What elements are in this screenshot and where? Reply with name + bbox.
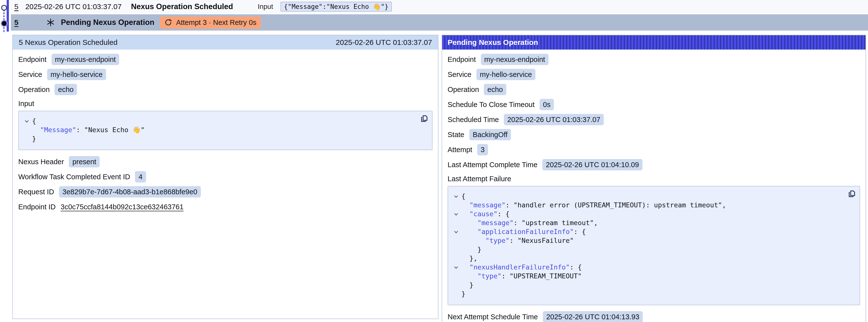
field-value-chip: present <box>69 156 100 167</box>
field-value-chip: 2025-02-26 UTC 01:04:13.93 <box>543 311 643 322</box>
code-line: "applicationFailureInfo": { <box>451 227 854 236</box>
input-preview-chip: {"Message":"Nexus Echo 👋"} <box>281 2 392 11</box>
code-line-gutter <box>451 272 461 281</box>
code-line-gutter <box>451 192 461 201</box>
copy-button[interactable] <box>420 114 429 124</box>
field-label: Operation <box>447 86 479 94</box>
field-value-chip: my-nexus-endpoint <box>481 54 549 65</box>
collapse-chevron-icon[interactable] <box>454 194 458 198</box>
retry-status-badge: Attempt 3 · Next Retry 0s <box>160 17 261 29</box>
event-title: Nexus Operation Scheduled <box>131 2 233 11</box>
pending-title: Pending Nexus Operation <box>61 18 154 27</box>
event-row-pending-nexus-operation[interactable]: 5 Pending Nexus Operation Attempt 3 · Ne… <box>11 14 868 31</box>
field-value-chip: 2025-02-26 UTC 01:04:10.09 <box>542 159 642 170</box>
pending-asterisk-icon <box>46 18 55 27</box>
event-detail-panels: 5 Nexus Operation Scheduled 2025-02-26 U… <box>12 35 866 322</box>
field-value-chip: 4 <box>135 171 146 183</box>
code-line-text: "cause": { <box>461 210 509 219</box>
field-label: Scheduled Time <box>447 116 499 124</box>
field-label: Schedule To Close Timeout <box>447 101 535 109</box>
code-line-gutter <box>21 134 32 143</box>
field-row-endpoint: Endpoint my-nexus-endpoint <box>447 54 860 65</box>
code-line-gutter <box>21 117 32 126</box>
field-value-chip: 3e829b7e-7d67-4b08-aad3-b1e868bfe9e0 <box>59 186 201 197</box>
timeline-node-current-icon <box>2 21 7 26</box>
timeline-dashed-line <box>3 9 4 32</box>
copy-button[interactable] <box>847 189 856 199</box>
timeline-active-bar <box>7 0 9 32</box>
field-label: Nexus Header <box>18 158 64 166</box>
failure-section-label: Last Attempt Failure <box>447 175 860 183</box>
code-line: } <box>21 134 426 143</box>
field-row-endpoint: Endpoint my-nexus-endpoint <box>18 54 433 65</box>
field-row-state: State BackingOff <box>447 129 860 140</box>
code-line-text: "message": "upstream timeout", <box>461 219 598 227</box>
field-row-nexus-header: Nexus Header present <box>18 156 433 167</box>
field-label: State <box>447 131 464 139</box>
input-section-label: Input <box>18 100 433 108</box>
code-line: "cause": { <box>451 210 854 219</box>
event-timeline <box>0 0 11 33</box>
code-line-gutter <box>451 281 461 289</box>
input-json-block: { "Message": "Nexus Echo 👋"} <box>18 111 433 150</box>
panel-nexus-operation-scheduled: 5 Nexus Operation Scheduled 2025-02-26 U… <box>12 35 438 319</box>
code-line-text: "message": "handler error (UPSTREAM_TIME… <box>461 201 726 210</box>
field-label: Endpoint ID <box>18 203 56 211</box>
code-line-gutter <box>451 245 461 254</box>
field-row-operation: Operation echo <box>447 84 860 95</box>
event-id-link[interactable]: 5 <box>14 18 19 27</box>
field-value-chip: echo <box>484 84 506 95</box>
left-panel-timestamp: 2025-02-26 UTC 01:03:37.07 <box>336 38 432 46</box>
code-line: } <box>451 289 854 298</box>
code-line-text: } <box>32 134 36 143</box>
field-label: Workflow Task Completed Event ID <box>18 173 130 181</box>
event-timestamp: 2025-02-26 UTC 01:03:37.07 <box>25 2 122 11</box>
endpoint-id-link[interactable]: 3c0c75ccfa8144b092c13ce632463761 <box>61 203 184 211</box>
event-row-nexus-operation-scheduled[interactable]: 5 2025-02-26 UTC 01:03:37.07 Nexus Opera… <box>11 0 868 14</box>
field-row-workflow-task-completed-event-id: Workflow Task Completed Event ID 4 <box>18 171 433 183</box>
code-line: { <box>451 192 854 201</box>
code-line-text: } <box>461 281 473 289</box>
field-value-chip: my-hello-service <box>47 69 106 80</box>
code-line-gutter <box>451 227 461 236</box>
timeline-node-open-icon <box>1 5 7 10</box>
code-line-text: { <box>32 117 36 126</box>
panel-pending-nexus-operation: Pending Nexus Operation Endpoint my-nexu… <box>442 35 866 322</box>
code-line-text: "type": "UPSTREAM_TIMEOUT" <box>461 272 582 281</box>
field-value-chip: my-nexus-endpoint <box>52 54 119 65</box>
code-line-text: "Message": "Nexus Echo 👋" <box>32 126 145 134</box>
right-panel-title: Pending Nexus Operation <box>447 38 538 46</box>
code-line: "nexusHandlerFailureInfo": { <box>451 263 854 272</box>
left-panel-title: 5 Nexus Operation Scheduled <box>19 38 118 46</box>
code-line: "message": "handler error (UPSTREAM_TIME… <box>451 201 854 210</box>
field-row-last-attempt-complete-time: Last Attempt Complete Time 2025-02-26 UT… <box>447 159 860 170</box>
code-line: "type": "NexusFailure" <box>451 236 854 245</box>
code-line: "Message": "Nexus Echo 👋" <box>21 126 426 134</box>
collapse-chevron-icon[interactable] <box>454 229 458 233</box>
code-line-text: "nexusHandlerFailureInfo": { <box>461 263 582 272</box>
code-line-text: "applicationFailureInfo": { <box>461 227 586 236</box>
field-row-request-id: Request ID 3e829b7e-7d67-4b08-aad3-b1e86… <box>18 186 433 197</box>
field-value-chip: echo <box>55 84 77 95</box>
retry-icon <box>164 19 172 26</box>
event-id-link[interactable]: 5 <box>14 2 19 11</box>
field-value-chip: my-hello-service <box>476 69 535 80</box>
code-line-text: }, <box>461 254 477 263</box>
code-line: "type": "UPSTREAM_TIMEOUT" <box>451 272 854 281</box>
collapse-chevron-icon[interactable] <box>454 265 458 269</box>
collapse-chevron-icon[interactable] <box>25 119 29 123</box>
field-label: Endpoint <box>447 56 476 64</box>
copy-icon <box>847 189 856 198</box>
field-row-scheduled-time: Scheduled Time 2025-02-26 UTC 01:03:37.0… <box>447 114 860 125</box>
left-panel-header: 5 Nexus Operation Scheduled 2025-02-26 U… <box>13 35 438 50</box>
code-line-text: } <box>461 289 465 298</box>
collapse-chevron-icon[interactable] <box>454 212 458 216</box>
code-line: } <box>451 281 854 289</box>
field-label: Service <box>18 70 42 79</box>
code-line-gutter <box>451 289 461 298</box>
field-row-service: Service my-hello-service <box>18 69 433 80</box>
field-value-chip: 3 <box>477 144 488 155</box>
field-label: Operation <box>18 86 50 94</box>
input-label: Input <box>257 3 273 10</box>
code-line-text: } <box>461 245 482 254</box>
